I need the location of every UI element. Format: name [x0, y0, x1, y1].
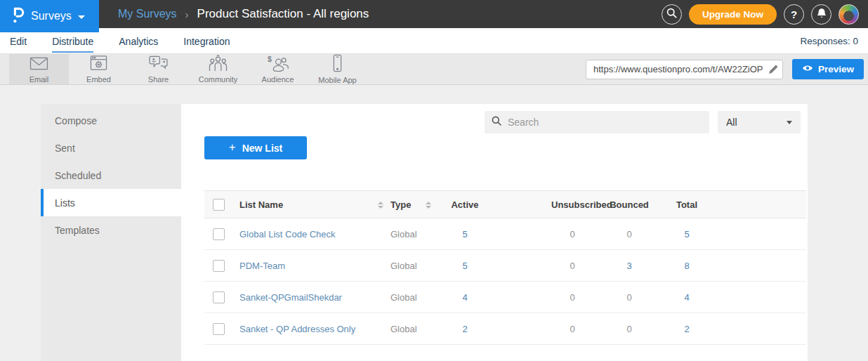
toolbar-item-email[interactable]: Email: [9, 54, 69, 84]
email-sidebar: ComposeSentScheduledListsTemplates: [41, 104, 181, 361]
table-row: Sanket-QPGmailShekdar Global 4 0 0 4: [204, 282, 806, 313]
sidebar-item[interactable]: Sent: [41, 134, 181, 162]
list-name-link[interactable]: Sanket - QP Addresses Only: [239, 324, 378, 334]
chevron-down-icon: [787, 121, 792, 124]
row-checkbox[interactable]: [213, 228, 225, 240]
toolbar-item-share[interactable]: Share: [129, 54, 188, 84]
nav-tabs: EditDistributeAnalyticsIntegration: [10, 29, 230, 53]
sort-icon[interactable]: [378, 202, 383, 209]
responses-count: Responses: 0: [800, 36, 858, 46]
embed-icon: [89, 55, 108, 74]
distribute-toolbar: Email Embed Share Community $ Audience M…: [0, 53, 868, 85]
breadcrumb-my-surveys[interactable]: My Surveys: [118, 8, 177, 20]
list-type: Global: [390, 292, 426, 303]
surveys-menu-label: Surveys: [31, 10, 72, 22]
avatar[interactable]: [839, 4, 859, 25]
table-row: Global List Code Check Global 5 0 0 5: [204, 218, 806, 250]
list-name-link[interactable]: Sanket-QPGmailShekdar: [239, 292, 378, 303]
email-icon: [29, 55, 49, 74]
header-unsubscribed: Unsubscribed: [551, 199, 593, 210]
total-count[interactable]: 5: [666, 229, 708, 239]
row-checkbox[interactable]: [213, 260, 225, 272]
list-name-link[interactable]: Global List Code Check: [239, 229, 378, 239]
list-type: Global: [390, 229, 426, 239]
row-checkbox[interactable]: [213, 291, 225, 303]
nav-tab[interactable]: Integration: [183, 29, 230, 53]
breadcrumb: My Surveys › Product Satisfaction - All …: [118, 7, 369, 21]
search-icon: [666, 8, 677, 20]
mobile-app-icon: [332, 54, 343, 75]
total-count[interactable]: 2: [666, 324, 708, 334]
audience-icon: $: [267, 55, 289, 74]
list-type: Global: [390, 324, 426, 334]
page-title: Product Satisfaction - All regions: [197, 7, 369, 21]
share-icon: [148, 55, 169, 74]
active-count[interactable]: 2: [444, 324, 486, 334]
sidebar-item[interactable]: Lists: [41, 189, 181, 216]
lists-panel: All + New List List Name Type Active Uns…: [181, 104, 808, 361]
list-name-link[interactable]: PDM-Team: [239, 261, 378, 271]
unsubscribed-count[interactable]: 0: [551, 261, 593, 271]
help-button[interactable]: ?: [784, 4, 804, 25]
svg-text:$: $: [268, 55, 272, 63]
sidebar-item[interactable]: Templates: [41, 216, 181, 244]
list-filter-dropdown[interactable]: All: [718, 111, 801, 133]
active-count[interactable]: 4: [444, 292, 486, 303]
unsubscribed-count[interactable]: 0: [551, 324, 593, 334]
bounced-count[interactable]: 3: [608, 261, 650, 271]
upgrade-now-button[interactable]: Upgrade Now: [689, 4, 777, 25]
top-header: Surveys My Surveys › Product Satisfactio…: [0, 0, 868, 28]
lists-panel-controls: All: [181, 104, 808, 133]
header-active: Active: [444, 199, 486, 210]
survey-nav: EditDistributeAnalyticsIntegration Respo…: [0, 28, 868, 53]
total-count[interactable]: 4: [666, 292, 708, 303]
question-mark-icon: ?: [791, 8, 797, 20]
search-input[interactable]: [508, 117, 702, 128]
eye-icon: [802, 64, 813, 74]
preview-button[interactable]: Preview: [792, 59, 864, 79]
header-type[interactable]: Type: [390, 199, 426, 210]
select-all-checkbox[interactable]: [213, 199, 225, 211]
nav-tab[interactable]: Distribute: [52, 29, 93, 53]
unsubscribed-count[interactable]: 0: [551, 292, 593, 303]
active-count[interactable]: 5: [444, 261, 486, 271]
breadcrumb-separator-icon: ›: [185, 8, 189, 20]
community-icon: [208, 55, 228, 74]
unsubscribed-count[interactable]: 0: [551, 229, 593, 239]
nav-tab[interactable]: Edit: [10, 29, 27, 53]
row-checkbox[interactable]: [213, 323, 225, 335]
header-list-name[interactable]: List Name: [239, 199, 378, 210]
surveys-menu[interactable]: Surveys: [0, 0, 99, 32]
notifications-button[interactable]: [811, 4, 831, 25]
edit-url-pencil-icon[interactable]: [768, 65, 778, 77]
toolbar-item-audience[interactable]: $ Audience: [248, 54, 308, 84]
header-bounced: Bounced: [608, 199, 650, 210]
main-area: ComposeSentScheduledListsTemplates All +…: [0, 85, 868, 361]
total-count[interactable]: 8: [666, 261, 708, 271]
sidebar-item[interactable]: Compose: [41, 107, 181, 134]
toolbar-item-community[interactable]: Community: [188, 54, 248, 84]
header-total: Total: [666, 199, 708, 210]
survey-link-area: Preview: [586, 54, 868, 84]
sort-icon[interactable]: [426, 202, 431, 209]
email-lists-table: List Name Type Active Unsubscribed Bounc…: [204, 190, 806, 345]
new-list-button[interactable]: + New List: [204, 136, 307, 159]
top-actions: Upgrade Now ?: [662, 4, 868, 25]
sidebar-item[interactable]: Scheduled: [41, 162, 181, 189]
toolbar-item-mobile-app[interactable]: Mobile App: [308, 54, 367, 84]
table-row: Sanket - QP Addresses Only Global 2 0 0 …: [204, 313, 806, 345]
bounced-count[interactable]: 0: [608, 324, 650, 334]
table-header-row: List Name Type Active Unsubscribed Bounc…: [204, 190, 806, 218]
bounced-count[interactable]: 0: [608, 229, 650, 239]
list-type: Global: [390, 261, 426, 271]
table-body: Global List Code Check Global 5 0 0 5 PD…: [204, 218, 806, 345]
active-count[interactable]: 5: [444, 229, 486, 239]
questionpro-logo-icon: [11, 6, 25, 27]
plus-icon: +: [229, 140, 236, 155]
search-button[interactable]: [662, 4, 682, 25]
survey-url-input[interactable]: [586, 60, 783, 79]
nav-tab[interactable]: Analytics: [119, 29, 158, 53]
bounced-count[interactable]: 0: [608, 292, 650, 303]
toolbar-item-embed[interactable]: Embed: [69, 54, 129, 84]
chevron-down-icon: [78, 15, 85, 19]
